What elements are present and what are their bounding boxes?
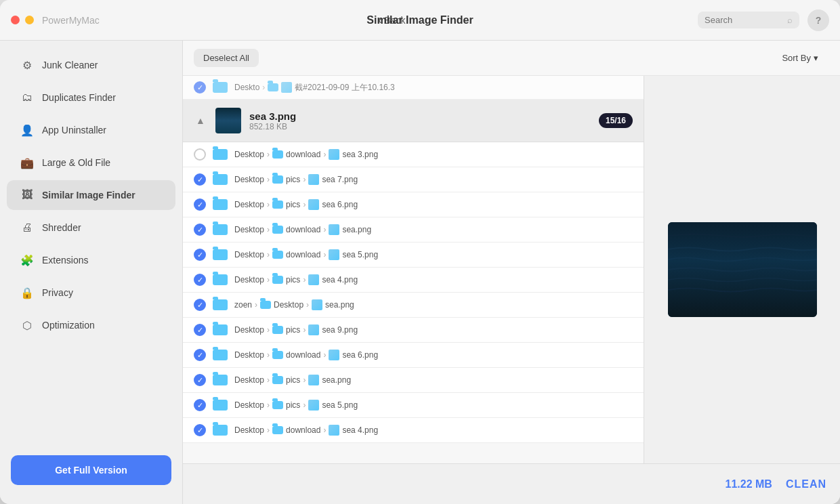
row-checkbox[interactable]: [194, 173, 206, 186]
search-bar: ⌕: [698, 12, 799, 28]
file-name: sea.png: [325, 300, 354, 310]
row-checkbox[interactable]: [194, 349, 206, 361]
file-name: sea 9.png: [322, 325, 358, 335]
bottom-bar: 11.22 MB CLEAN: [183, 463, 840, 504]
collapse-button[interactable]: ▲: [194, 115, 207, 126]
subfolder-icon: [272, 276, 283, 284]
list-item[interactable]: Desktop › download › sea 4.png: [183, 418, 644, 443]
extension-icon: 🧩: [20, 253, 34, 267]
sidebar-item-shredder[interactable]: 🖨 Shredder: [7, 213, 175, 243]
file-name: sea.png: [342, 225, 371, 234]
group-thumbnail: [215, 108, 241, 133]
list-item[interactable]: Desktop › pics › sea 6.png: [183, 192, 644, 217]
folder-icon: [213, 400, 228, 411]
path-text: Desktop › pics › sea 9.png: [234, 324, 633, 335]
row-checkbox[interactable]: [194, 249, 206, 261]
list-item[interactable]: Desktop › download › sea 6.png: [183, 343, 644, 368]
row-checkbox[interactable]: [194, 374, 206, 386]
content-toolbar: Deselect All Sort By ▾: [183, 41, 840, 76]
path-text: Deskto › 截#2021-09-09 上午10.16.3: [234, 82, 633, 93]
list-item[interactable]: Desktop › pics › sea.png: [183, 368, 644, 393]
folder-name: Deskto: [234, 83, 259, 92]
row-checkbox[interactable]: [194, 224, 206, 236]
group-name: sea 3.png: [249, 110, 591, 122]
folder-icon: [213, 425, 228, 436]
sidebar: ⚙ Junk Cleaner 🗂 Duplicates Finder 👤 App…: [0, 41, 183, 504]
sort-by-label: Sort By: [782, 53, 811, 63]
list-item[interactable]: zoen › Desktop › sea.png: [183, 293, 644, 318]
file-icon: 💼: [20, 156, 34, 169]
path-text: Desktop › pics › sea 4.png: [234, 274, 633, 285]
file-list: Deskto › 截#2021-09-09 上午10.16.3 ▲ sea 3.…: [183, 76, 644, 463]
sidebar-item-app-uninstaller[interactable]: 👤 App Uninstaller: [7, 115, 175, 145]
clean-button[interactable]: CLEAN: [786, 478, 826, 490]
list-item[interactable]: Desktop › pics › sea 5.png: [183, 393, 644, 418]
get-full-version-button[interactable]: Get Full Version: [11, 455, 171, 485]
subfolder-icon: [272, 150, 283, 159]
group-info: sea 3.png 852.18 KB: [249, 110, 591, 131]
file-icon: [308, 400, 319, 411]
sidebar-item-optimization[interactable]: ⬡ Optimization: [7, 310, 175, 340]
row-checkbox[interactable]: [194, 399, 206, 411]
row-checkbox[interactable]: [194, 198, 206, 211]
file-name: sea.png: [322, 375, 351, 385]
folder-icon: [213, 350, 228, 360]
file-icon: [308, 375, 319, 385]
row-checkbox[interactable]: [194, 81, 206, 93]
sidebar-item-privacy[interactable]: 🔒 Privacy: [7, 278, 175, 308]
sort-by-dropdown[interactable]: Sort By ▾: [782, 53, 818, 63]
file-name: sea 6.png: [342, 350, 378, 360]
file-icon: [329, 350, 339, 360]
minimize-button[interactable]: [25, 16, 34, 24]
list-item[interactable]: Desktop › download › sea.png: [183, 217, 644, 243]
group-header: ▲ sea 3.png 852.18 KB 15/16: [183, 100, 644, 142]
list-item[interactable]: Desktop › pics › sea 9.png: [183, 318, 644, 343]
file-name: sea 5.png: [322, 400, 358, 410]
row-checkbox[interactable]: [194, 148, 206, 161]
image-icon: 🖼: [20, 188, 34, 202]
subfolder-icon: [260, 301, 271, 309]
shredder-icon: 🖨: [20, 221, 34, 234]
row-checkbox[interactable]: [194, 299, 206, 311]
search-input[interactable]: [705, 15, 783, 25]
subfolder-icon: [272, 175, 283, 184]
total-size: 11.22 MB: [726, 478, 772, 490]
gear-icon: ⚙: [20, 58, 34, 72]
sidebar-item-extensions[interactable]: 🧩 Extensions: [7, 245, 175, 275]
row-checkbox[interactable]: [194, 274, 206, 286]
help-button[interactable]: ?: [807, 9, 829, 31]
file-icon: [312, 299, 322, 310]
sidebar-item-similar-image-finder[interactable]: 🖼 Similar Image Finder: [7, 180, 175, 210]
path-text: Desktop › download › sea 4.png: [234, 425, 633, 436]
close-button[interactable]: [11, 16, 20, 24]
row-checkbox[interactable]: [194, 424, 206, 436]
subfolder-icon: [272, 376, 283, 384]
folder-icon: [213, 324, 228, 335]
path-text: Desktop › pics › sea 6.png: [234, 199, 633, 210]
chevron-down-icon: ▾: [814, 53, 818, 63]
optimization-icon: ⬡: [20, 318, 34, 332]
sidebar-item-junk-cleaner[interactable]: ⚙ Junk Cleaner: [7, 50, 175, 80]
traffic-lights: [11, 16, 34, 24]
sidebar-item-large-old-file[interactable]: 💼 Large & Old File: [7, 148, 175, 177]
app-name: PowerMyMac: [42, 15, 100, 26]
list-item[interactable]: Desktop › pics › sea 4.png: [183, 268, 644, 293]
file-icon: [329, 149, 339, 160]
list-item[interactable]: Desktop › download › sea 3.png: [183, 142, 644, 167]
folder-icon: [213, 249, 228, 260]
path-text: Desktop › pics › sea 7.png: [234, 174, 633, 185]
content-area: Deselect All Sort By ▾ Deskto ›: [183, 41, 840, 504]
file-name: sea 4.png: [342, 425, 378, 435]
sidebar-item-label: Large & Old File: [42, 157, 110, 168]
sidebar-item-duplicates-finder[interactable]: 🗂 Duplicates Finder: [7, 83, 175, 112]
folder-icon: [213, 82, 228, 93]
list-item[interactable]: Desktop › pics › sea 7.png: [183, 167, 644, 192]
main-content: ⚙ Junk Cleaner 🗂 Duplicates Finder 👤 App…: [0, 41, 840, 504]
row-checkbox[interactable]: [194, 324, 206, 336]
file-name: sea 7.png: [322, 175, 358, 184]
folder-icon: [213, 224, 228, 235]
list-item[interactable]: Desktop › download › sea 5.png: [183, 243, 644, 268]
deselect-all-button[interactable]: Deselect All: [194, 49, 259, 67]
path-text: Desktop › download › sea.png: [234, 224, 633, 235]
file-name: sea 4.png: [322, 275, 358, 285]
